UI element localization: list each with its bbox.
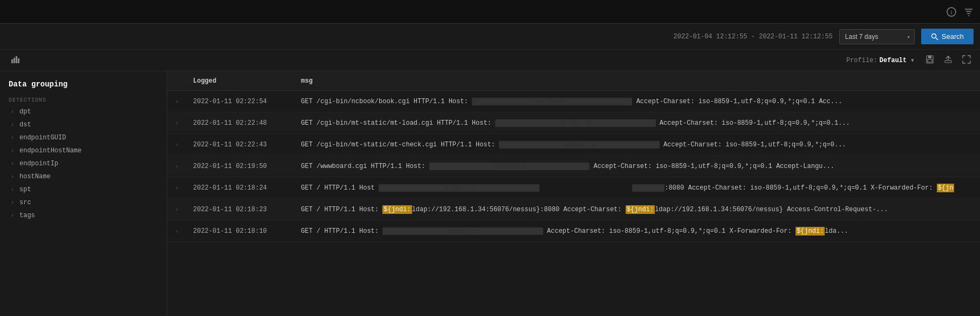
sidebar: Data grouping DETECTIONS › dpt › dst › e… bbox=[0, 71, 167, 316]
search-bar: eventName:DEEP_PACKET_INSPECTION_EVENT A… bbox=[0, 0, 980, 24]
chevron-icon-spt: › bbox=[11, 187, 14, 193]
row-expand-icon[interactable]: › bbox=[167, 98, 187, 105]
col-logged: Logged bbox=[187, 77, 294, 85]
sidebar-item-label-dst: dst bbox=[19, 121, 31, 129]
chart-toggle-button[interactable] bbox=[6, 53, 25, 68]
chevron-icon-endpointHostName: › bbox=[11, 148, 14, 154]
filter-icon[interactable] bbox=[962, 5, 976, 19]
profile-dropdown-button[interactable]: ▾ bbox=[909, 56, 916, 65]
date-bar: 2022-01-04 12:12:55 - 2022-01-11 12:12:5… bbox=[0, 24, 980, 50]
table-row[interactable]: › 2022-01-11 02:22:43 GET /cgi-bin/mt-st… bbox=[167, 134, 980, 156]
sidebar-item-label-spt: spt bbox=[19, 186, 31, 193]
table-area: Logged msg › 2022-01-11 02:22:54 GET /cg… bbox=[167, 71, 980, 316]
sidebar-item-endpointHostName[interactable]: › endpointHostName bbox=[0, 144, 167, 157]
table-row[interactable]: › 2022-01-11 02:18:23 GET / HTTP/1.1 Hos… bbox=[167, 199, 980, 220]
row-expand-icon[interactable]: › bbox=[167, 185, 187, 191]
profile-section: Profile: Default ▾ bbox=[846, 56, 916, 65]
search-button[interactable]: Search bbox=[921, 29, 974, 44]
sidebar-item-src[interactable]: › src bbox=[0, 196, 167, 209]
svg-point-6 bbox=[931, 33, 936, 38]
row-expand-icon[interactable]: › bbox=[167, 163, 187, 170]
chevron-icon-src: › bbox=[11, 200, 14, 206]
row-expand-icon[interactable]: › bbox=[167, 142, 187, 148]
row-msg: GET /cgi-bin/ncbook/book.cgi HTTP/1.1 Ho… bbox=[294, 95, 980, 109]
sidebar-item-label-src: src bbox=[19, 199, 31, 206]
row-expand-icon[interactable]: › bbox=[167, 120, 187, 126]
sidebar-item-tags[interactable]: › tags bbox=[0, 209, 167, 222]
sidebar-item-label-tags: tags bbox=[19, 212, 35, 219]
sidebar-section-label: DETECTIONS bbox=[0, 94, 167, 105]
row-logged: 2022-01-11 02:19:50 bbox=[187, 159, 294, 173]
expand-icon bbox=[962, 55, 971, 64]
sidebar-item-hostName[interactable]: › hostName bbox=[0, 170, 167, 183]
table-row[interactable]: › 2022-01-11 02:18:10 GET / HTTP/1.1 Hos… bbox=[167, 220, 980, 242]
topbar-icons: i bbox=[944, 5, 976, 19]
row-logged: 2022-01-11 02:22:43 bbox=[187, 138, 294, 152]
save-icon bbox=[926, 55, 934, 64]
svg-line-7 bbox=[936, 38, 938, 40]
row-logged: 2022-01-11 02:22:54 bbox=[187, 95, 294, 109]
row-msg: GET /wwwboard.cgi HTTP/1.1 Host: REDACTE… bbox=[294, 159, 980, 173]
sidebar-item-label-endpointIp: endpointIp bbox=[19, 160, 58, 167]
chevron-icon-dst: › bbox=[11, 122, 14, 128]
redacted-host: REDACTED bbox=[382, 227, 543, 235]
table-row[interactable]: › 2022-01-11 02:18:24 GET / HTTP/1.1 Hos… bbox=[167, 177, 980, 199]
sidebar-item-label-hostName: hostName bbox=[19, 173, 51, 180]
svg-rect-10 bbox=[16, 56, 17, 63]
svg-text:i: i bbox=[950, 9, 952, 15]
table-header: Logged msg bbox=[167, 71, 980, 91]
toolbar-row: Profile: Default ▾ bbox=[0, 50, 980, 71]
sidebar-item-spt[interactable]: › spt bbox=[0, 183, 167, 196]
table-row[interactable]: › 2022-01-11 02:22:54 GET /cgi-bin/ncboo… bbox=[167, 91, 980, 112]
main-layout: Data grouping DETECTIONS › dpt › dst › e… bbox=[0, 71, 980, 316]
toolbar-action-icons bbox=[923, 53, 974, 67]
row-logged: 2022-01-11 02:18:10 bbox=[187, 224, 294, 238]
jndi-highlight3: ${jndi: bbox=[796, 227, 825, 236]
sidebar-item-dpt[interactable]: › dpt bbox=[0, 105, 167, 118]
jndi-highlight: ${jndi: bbox=[382, 205, 412, 214]
svg-rect-8 bbox=[11, 59, 13, 63]
profile-value: Default bbox=[880, 57, 907, 64]
sidebar-item-label-endpointHostName: endpointHostName bbox=[19, 147, 81, 154]
redacted-host: REDACTED bbox=[379, 184, 539, 192]
sidebar-item-label-dpt: dpt bbox=[19, 108, 31, 116]
row-logged: 2022-01-11 02:18:24 bbox=[187, 181, 294, 195]
sidebar-item-label-endpointGUID: endpointGUID bbox=[19, 134, 66, 142]
svg-rect-11 bbox=[18, 58, 19, 63]
col-msg: msg bbox=[294, 77, 980, 85]
chevron-icon-endpointGUID: › bbox=[11, 135, 14, 141]
sidebar-item-endpointGUID[interactable]: › endpointGUID bbox=[0, 131, 167, 144]
row-expand-icon[interactable]: › bbox=[167, 206, 187, 213]
table-row[interactable]: › 2022-01-11 02:22:48 GET /cgi-bin/mt-st… bbox=[167, 112, 980, 134]
redacted-host: REDACTED bbox=[472, 98, 633, 105]
svg-rect-14 bbox=[928, 59, 932, 62]
chevron-icon-tags: › bbox=[11, 213, 14, 219]
profile-label: Profile: bbox=[846, 57, 878, 64]
sidebar-item-endpointIp[interactable]: › endpointIp bbox=[0, 157, 167, 170]
chevron-icon-dpt: › bbox=[11, 109, 14, 115]
redacted-host: REDACTED bbox=[429, 163, 590, 170]
redacted-host: REDACTED bbox=[499, 141, 660, 149]
jndi-highlight: ${jn bbox=[937, 184, 955, 192]
row-msg: GET / HTTP/1.1 Host REDACTED :8080 Accep… bbox=[294, 181, 980, 195]
search-input[interactable]: eventName:DEEP_PACKET_INSPECTION_EVENT A… bbox=[4, 6, 940, 18]
row-expand-icon[interactable]: › bbox=[167, 228, 187, 234]
table-row[interactable]: › 2022-01-11 02:19:50 GET /wwwboard.cgi … bbox=[167, 156, 980, 177]
table-body: › 2022-01-11 02:22:54 GET /cgi-bin/ncboo… bbox=[167, 91, 980, 316]
svg-rect-13 bbox=[928, 56, 931, 58]
row-logged: 2022-01-11 02:18:23 bbox=[187, 203, 294, 217]
share-icon bbox=[944, 55, 952, 64]
chevron-icon-endpointIp: › bbox=[11, 161, 14, 167]
share-button[interactable] bbox=[941, 53, 955, 67]
info-icon[interactable]: i bbox=[944, 5, 958, 19]
sidebar-title: Data grouping bbox=[0, 78, 167, 94]
date-range-dropdown[interactable]: Last 7 days Last 24 hours Last 30 days C… bbox=[839, 29, 915, 44]
date-dropdown-wrap: Last 7 days Last 24 hours Last 30 days C… bbox=[839, 29, 915, 44]
sidebar-item-dst[interactable]: › dst bbox=[0, 118, 167, 131]
save-view-button[interactable] bbox=[923, 53, 937, 67]
expand-button[interactable] bbox=[960, 53, 974, 67]
search-button-label: Search bbox=[942, 32, 964, 41]
svg-rect-9 bbox=[13, 58, 15, 63]
row-msg: GET / HTTP/1.1 Host: REDACTED Accept-Cha… bbox=[294, 224, 980, 238]
redacted-host: REDACTED bbox=[495, 119, 656, 127]
